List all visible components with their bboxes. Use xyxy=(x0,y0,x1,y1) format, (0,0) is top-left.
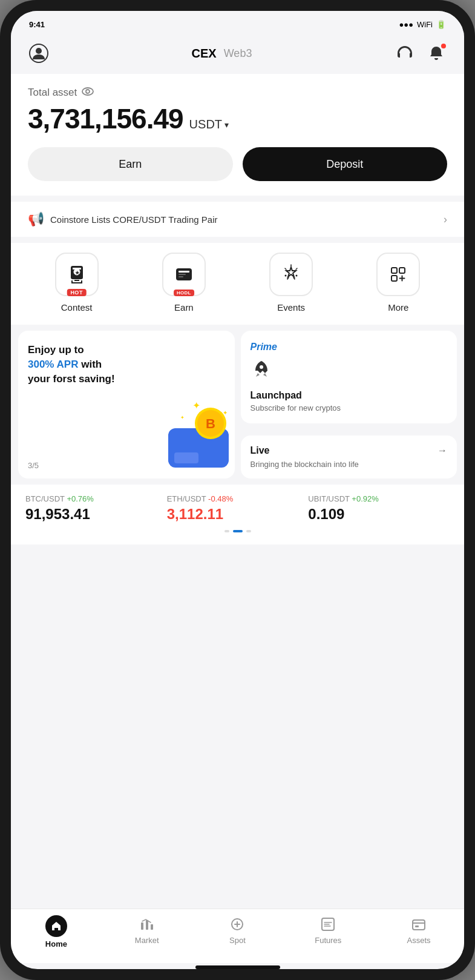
support-icon[interactable] xyxy=(394,42,416,64)
nav-assets[interactable]: Assets xyxy=(373,915,464,949)
menu-item-events[interactable]: Events xyxy=(269,253,313,313)
more-icon-box xyxy=(376,253,420,296)
futures-icon xyxy=(319,915,337,933)
ticker-dot-3 xyxy=(246,530,251,532)
nav-assets-label: Assets xyxy=(407,936,431,945)
nav-market[interactable]: Market xyxy=(102,915,192,949)
ticker-row: BTC/USDT +0.76% 91,953.41 ETH/USDT -0.48… xyxy=(25,494,450,523)
ticker-dot-2 xyxy=(233,530,243,532)
ticker-pagination xyxy=(25,530,450,532)
nav-spot-label: Spot xyxy=(229,936,246,945)
announcement-bar[interactable]: 📢 Coinstore Lists CORE/USDT Trading Pair… xyxy=(11,202,464,237)
menu-item-earn[interactable]: HODL Earn xyxy=(162,253,206,313)
ticker-btc[interactable]: BTC/USDT +0.76% 91,953.41 xyxy=(25,494,167,523)
hodl-badge: HODL xyxy=(174,290,194,296)
profile-icon[interactable] xyxy=(28,42,50,64)
rocket-icon xyxy=(251,359,448,385)
ubit-change: +0.92% xyxy=(352,494,378,503)
nav-futures[interactable]: Futures xyxy=(283,915,373,949)
wallet-illustration: ✦ ✦ ✦ B xyxy=(156,398,235,478)
tab-cex[interactable]: CEX xyxy=(192,47,217,61)
action-buttons: Earn Deposit xyxy=(28,147,447,181)
btc-change: +0.76% xyxy=(67,494,93,503)
visibility-icon[interactable] xyxy=(82,86,94,99)
apr-highlight: 300% APR xyxy=(28,359,78,370)
promo-grid: Enjoy up to 300% APR with your forst sav… xyxy=(11,331,464,485)
ticker-eth-label: ETH/USDT -0.48% xyxy=(167,494,309,503)
svg-rect-21 xyxy=(174,452,198,463)
currency-dropdown-icon[interactable]: ▾ xyxy=(224,120,229,130)
home-icon xyxy=(45,915,67,937)
nav-home[interactable]: Home xyxy=(11,915,102,949)
svg-rect-16 xyxy=(391,276,397,281)
live-title: Live xyxy=(251,445,270,456)
launchpad-sub: Subscribe for new cryptos xyxy=(251,403,448,412)
svg-text:★: ★ xyxy=(74,270,79,276)
svg-rect-10 xyxy=(179,274,186,275)
promo-card-launchpad[interactable]: Prime Launchpad Subscribe for new crypto… xyxy=(241,331,457,423)
launchpad-title: Launchpad xyxy=(251,390,448,401)
svg-point-12 xyxy=(296,275,298,277)
svg-rect-15 xyxy=(399,268,405,273)
nav-spot[interactable]: Spot xyxy=(192,915,283,949)
slide-indicator: 3/5 xyxy=(28,461,39,470)
status-bar: 9:41 ●●● WiFi 🔋 xyxy=(11,11,464,38)
tab-web3[interactable]: Web3 xyxy=(224,47,252,60)
asset-section: Total asset 3,731,156.49 USDT ▾ xyxy=(11,74,464,196)
promo-card-savings[interactable]: Enjoy up to 300% APR with your forst sav… xyxy=(18,331,235,478)
svg-rect-32 xyxy=(415,925,419,927)
menu-label-earn: Earn xyxy=(174,302,194,313)
notification-badge xyxy=(441,44,446,48)
menu-label-more: More xyxy=(388,302,408,313)
notification-icon[interactable] xyxy=(425,42,447,64)
events-icon-box xyxy=(269,253,313,296)
nav-futures-label: Futures xyxy=(315,936,341,945)
earn-icon-box: HODL xyxy=(162,253,206,296)
ubit-value: 0.109 xyxy=(308,506,450,523)
main-content: Total asset 3,731,156.49 USDT ▾ xyxy=(11,74,464,909)
ticker-dot-1 xyxy=(224,530,229,532)
asset-currency[interactable]: USDT ▾ xyxy=(189,118,229,131)
svg-rect-31 xyxy=(413,920,425,930)
announcement-text: Coinstore Lists CORE/USDT Trading Pair xyxy=(50,214,217,225)
svg-rect-9 xyxy=(179,271,189,273)
svg-rect-27 xyxy=(146,920,148,930)
live-sub: Bringing the blockchain into life xyxy=(251,460,448,469)
svg-rect-28 xyxy=(151,924,153,930)
eth-value: 3,112.11 xyxy=(167,506,309,523)
header: CEX Web3 xyxy=(11,38,464,74)
menu-item-contest[interactable]: ★ HOT Contest xyxy=(55,253,99,313)
promo-card-live[interactable]: Live → Bringing the blockchain into life xyxy=(241,435,457,478)
spot-icon xyxy=(228,915,246,933)
nav-home-label: Home xyxy=(45,939,67,949)
svg-point-3 xyxy=(86,90,90,93)
home-indicator xyxy=(195,965,280,969)
svg-point-2 xyxy=(82,88,93,95)
ticker-btc-label: BTC/USDT +0.76% xyxy=(25,494,167,503)
svg-text:B: B xyxy=(206,416,215,431)
svg-rect-26 xyxy=(141,922,143,930)
nav-market-label: Market xyxy=(135,936,159,945)
ticker-ubit[interactable]: UBIT/USDT +0.92% 0.109 xyxy=(308,494,450,523)
quick-menu: ★ HOT Contest HODL xyxy=(11,243,464,325)
svg-point-13 xyxy=(285,275,287,277)
promo-right-column: Prime Launchpad Subscribe for new crypto… xyxy=(241,331,457,478)
menu-item-more[interactable]: More xyxy=(376,253,420,313)
hot-badge: HOT xyxy=(67,289,87,296)
promo-savings-text: Enjoy up to 300% APR with your forst sav… xyxy=(28,343,225,386)
bottom-nav: Home Market xyxy=(11,909,464,963)
menu-label-events: Events xyxy=(277,302,305,313)
svg-point-1 xyxy=(36,48,42,54)
earn-button[interactable]: Earn xyxy=(28,147,233,181)
ticker-eth[interactable]: ETH/USDT -0.48% 3,112.11 xyxy=(167,494,309,523)
menu-label-contest: Contest xyxy=(61,302,93,313)
asset-amount: 3,731,156.49 xyxy=(28,102,183,135)
svg-point-25 xyxy=(260,365,263,369)
market-icon xyxy=(138,915,156,933)
svg-rect-14 xyxy=(391,268,397,273)
svg-rect-11 xyxy=(179,276,183,277)
ticker-ubit-label: UBIT/USDT +0.92% xyxy=(308,494,450,503)
deposit-button[interactable]: Deposit xyxy=(243,147,448,181)
svg-text:✦: ✦ xyxy=(180,415,185,420)
total-asset-label: Total asset xyxy=(28,87,77,99)
